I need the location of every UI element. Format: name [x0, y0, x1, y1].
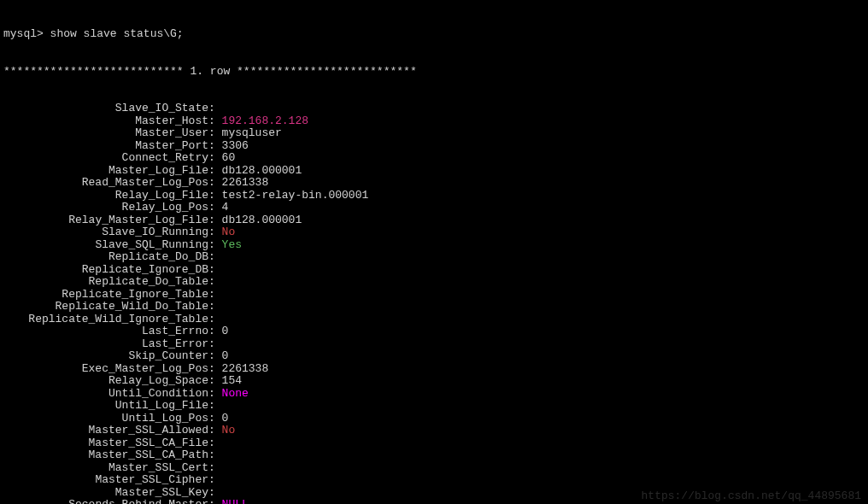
status-row: Master_SSL_CA_File:	[3, 437, 865, 450]
field-value: 192.168.2.128	[222, 114, 308, 127]
field-value: 4	[222, 201, 229, 214]
field-label: Relay_Log_Space	[3, 375, 208, 388]
field-value: No	[222, 424, 236, 437]
field-value: 2261338	[222, 362, 269, 375]
field-label: Slave_IO_Running	[3, 226, 208, 239]
field-label: Exec_Master_Log_Pos	[3, 363, 208, 376]
field-colon: :	[208, 448, 222, 461]
status-row: Replicate_Wild_Do_Table:	[3, 301, 865, 314]
field-label: Seconds_Behind_Master	[3, 499, 208, 504]
field-label: Last_Errno	[3, 325, 208, 338]
field-value: 154	[222, 374, 242, 387]
field-label: Replicate_Do_Table	[3, 276, 208, 289]
field-value: NULL	[222, 498, 249, 504]
field-label: Relay_Log_Pos	[3, 202, 208, 214]
field-colon: :	[208, 300, 222, 313]
field-value: db128.000001	[222, 214, 302, 226]
field-colon: :	[208, 473, 222, 486]
field-colon: :	[208, 201, 222, 214]
field-value: 60	[222, 151, 236, 164]
field-label: Until_Log_Pos	[3, 413, 208, 425]
field-colon: :	[208, 498, 222, 504]
field-label: Slave_IO_State	[3, 103, 208, 115]
status-row: Until_Log_Pos: 0	[3, 413, 865, 425]
field-label: Master_Host	[3, 115, 208, 128]
field-colon: :	[208, 164, 222, 177]
status-row: Exec_Master_Log_Pos: 2261338	[3, 363, 865, 376]
field-colon: :	[208, 189, 222, 202]
status-row: Relay_Log_File: test2-relay-bin.000001	[3, 190, 865, 202]
field-colon: :	[208, 412, 222, 425]
field-colon: :	[208, 226, 222, 238]
field-colon: :	[208, 102, 222, 114]
field-value: 0	[222, 325, 229, 337]
field-colon: :	[208, 250, 222, 263]
status-row: Read_Master_Log_Pos: 2261338	[3, 177, 865, 190]
field-label: Until_Condition	[3, 388, 208, 401]
field-colon: :	[208, 313, 222, 325]
status-row: Slave_IO_State:	[3, 103, 865, 115]
field-value: 3306	[222, 139, 249, 152]
field-label: Master_Log_File	[3, 165, 208, 178]
field-label: Relay_Master_Log_File	[3, 214, 208, 227]
field-colon: :	[208, 238, 222, 251]
status-row: Master_Log_File: db128.000001	[3, 165, 865, 178]
field-colon: :	[208, 151, 222, 164]
status-fields: Slave_IO_State: Master_Host: 192.168.2.1…	[3, 103, 865, 504]
field-value: test2-relay-bin.000001	[222, 189, 369, 202]
field-label: Replicate_Ignore_DB	[3, 264, 208, 277]
field-label: Skip_Counter	[3, 350, 208, 363]
field-value: 2261338	[222, 176, 269, 189]
status-row: Slave_SQL_Running: Yes	[3, 239, 865, 252]
field-label: Connect_Retry	[3, 152, 208, 165]
field-colon: :	[208, 374, 222, 387]
status-row: Master_SSL_Cert:	[3, 462, 865, 475]
field-colon: :	[208, 325, 222, 337]
field-label: Master_SSL_Cert	[3, 462, 208, 475]
status-row: Master_Host: 192.168.2.128	[3, 115, 865, 128]
field-label: Relay_Log_File	[3, 190, 208, 202]
field-label: Master_User	[3, 127, 208, 140]
field-value: 0	[222, 349, 229, 362]
status-row: Skip_Counter: 0	[3, 350, 865, 363]
field-colon: :	[208, 214, 222, 226]
field-colon: :	[208, 349, 222, 362]
field-label: Replicate_Wild_Do_Table	[3, 301, 208, 314]
status-row: Master_SSL_Allowed: No	[3, 425, 865, 437]
field-colon: :	[208, 337, 222, 350]
field-value: No	[222, 226, 236, 238]
field-colon: :	[208, 387, 222, 400]
status-row: Master_Port: 3306	[3, 140, 865, 153]
field-label: Master_SSL_CA_Path	[3, 449, 208, 462]
field-label: Master_SSL_Key	[3, 487, 208, 500]
field-colon: :	[208, 437, 222, 449]
field-label: Replicate_Ignore_Table	[3, 289, 208, 302]
status-row: Replicate_Do_Table:	[3, 276, 865, 289]
status-row: Replicate_Ignore_Table:	[3, 289, 865, 302]
field-label: Replicate_Wild_Ignore_Table	[3, 314, 208, 326]
field-colon: :	[208, 263, 222, 276]
field-label: Master_SSL_CA_File	[3, 437, 208, 450]
field-colon: :	[208, 424, 222, 437]
field-value: db128.000001	[222, 164, 302, 177]
field-value: 0	[222, 412, 229, 425]
field-colon: :	[208, 126, 222, 139]
field-label: Last_Error	[3, 338, 208, 351]
status-row: Master_SSL_CA_Path:	[3, 449, 865, 462]
status-row: Until_Condition: None	[3, 388, 865, 401]
field-label: Slave_SQL_Running	[3, 239, 208, 252]
field-colon: :	[208, 461, 222, 474]
row-header: *************************** 1. row *****…	[3, 66, 865, 79]
field-colon: :	[208, 362, 222, 375]
field-value: mysqluser	[222, 126, 282, 139]
field-label: Master_SSL_Cipher	[3, 474, 208, 487]
field-value: Yes	[222, 238, 242, 251]
field-label: Until_Log_File	[3, 400, 208, 413]
status-row: Connect_Retry: 60	[3, 152, 865, 165]
status-row: Relay_Log_Space: 154	[3, 375, 865, 388]
field-colon: :	[208, 139, 222, 152]
watermark-text: https://blog.csdn.net/qq_44895681	[642, 490, 861, 503]
status-row: Relay_Master_Log_File: db128.000001	[3, 214, 865, 227]
field-label: Read_Master_Log_Pos	[3, 177, 208, 190]
field-colon: :	[208, 399, 222, 412]
